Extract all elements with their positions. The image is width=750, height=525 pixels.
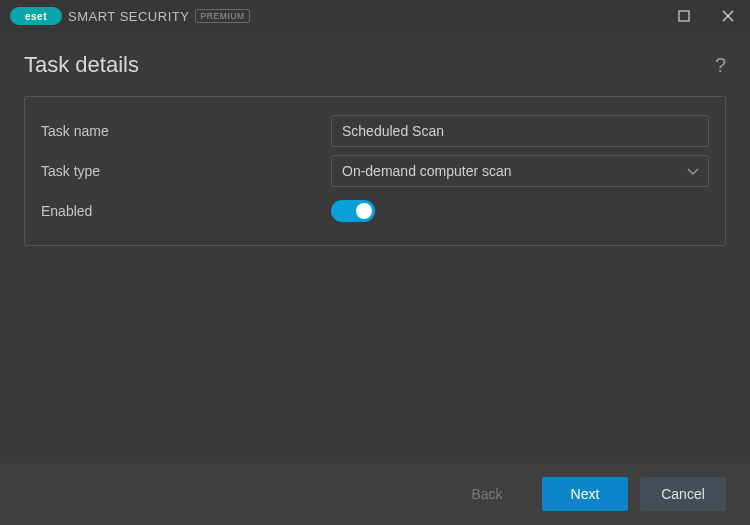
help-button[interactable]: ? (715, 54, 726, 77)
next-button[interactable]: Next (542, 477, 628, 511)
close-icon (722, 10, 734, 22)
enabled-field-wrap (331, 200, 709, 222)
task-type-field-wrap: On-demand computer scan (331, 155, 709, 187)
help-icon: ? (715, 54, 726, 76)
enabled-label: Enabled (41, 203, 331, 219)
task-name-label: Task name (41, 123, 331, 139)
task-name-input[interactable] (331, 115, 709, 147)
footer: Back Next Cancel (0, 463, 750, 525)
task-type-value: On-demand computer scan (331, 155, 709, 187)
maximize-button[interactable] (662, 0, 706, 32)
titlebar: eset SMART SECURITY PREMIUM (0, 0, 750, 32)
task-type-row: Task type On-demand computer scan (41, 151, 709, 191)
content-area: Task details ? Task name Task type On-de… (0, 32, 750, 463)
enabled-row: Enabled (41, 191, 709, 231)
cancel-button[interactable]: Cancel (640, 477, 726, 511)
task-details-panel: Task name Task type On-demand computer s… (24, 96, 726, 246)
page-header: Task details ? (24, 52, 726, 78)
maximize-icon (678, 10, 690, 22)
task-type-select[interactable]: On-demand computer scan (331, 155, 709, 187)
task-name-row: Task name (41, 111, 709, 151)
app-window: eset SMART SECURITY PREMIUM Task details… (0, 0, 750, 525)
svg-rect-0 (679, 11, 689, 21)
page-title: Task details (24, 52, 139, 78)
window-controls (662, 0, 750, 32)
enabled-toggle[interactable] (331, 200, 375, 222)
brand: eset SMART SECURITY PREMIUM (10, 7, 250, 25)
premium-badge: PREMIUM (195, 9, 249, 23)
brand-logo: eset (10, 7, 62, 25)
task-name-field-wrap (331, 115, 709, 147)
close-button[interactable] (706, 0, 750, 32)
toggle-knob (356, 203, 372, 219)
task-type-label: Task type (41, 163, 331, 179)
back-button[interactable]: Back (444, 477, 530, 511)
brand-name: SMART SECURITY (68, 9, 189, 24)
